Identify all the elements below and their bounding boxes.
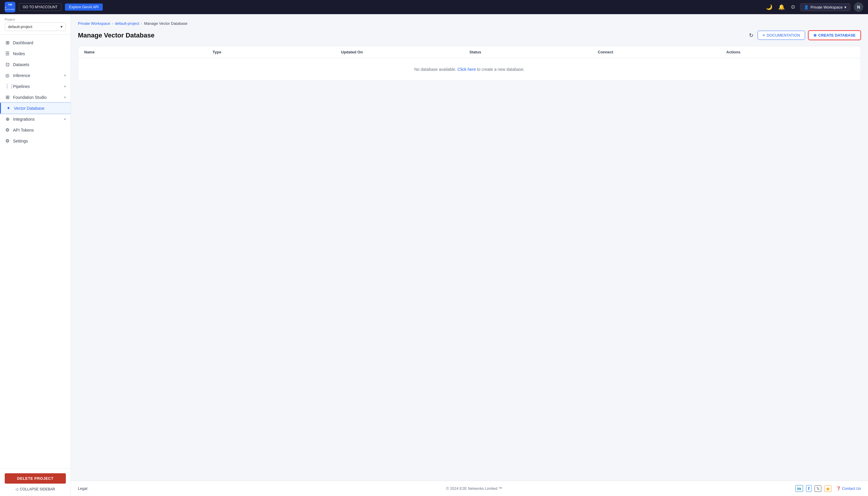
question-icon: ❓: [836, 486, 841, 491]
workspace-selector[interactable]: 👤 Private Workspace ▾: [800, 3, 850, 11]
collapse-sidebar-button[interactable]: ◁ COLLAPSE SIDEBAR: [5, 487, 66, 491]
breadcrumb-item-1[interactable]: Private Workspace: [78, 21, 110, 26]
nav-icon-pipelines: ⋮⋮: [5, 83, 10, 89]
create-db-label: CREATE DATABASE: [818, 33, 856, 37]
docs-label: DOCUMENTATION: [767, 33, 800, 37]
sidebar-item-vector-database[interactable]: ✦ Vector Database: [0, 103, 71, 113]
chevron-icon-foundation-studio: ▾: [64, 95, 66, 99]
notifications-icon[interactable]: 🔔: [777, 4, 786, 10]
avatar[interactable]: N: [854, 2, 863, 12]
chevron-icon-pipelines: ▾: [64, 84, 66, 89]
sidebar-item-dashboard[interactable]: ⊞ Dashboard: [0, 37, 71, 48]
nav-icon-api-tokens: ⚙: [5, 127, 10, 133]
logo-box: TIR AI PLATFORM: [5, 2, 15, 12]
footer-legal[interactable]: Legal: [78, 486, 87, 491]
nav-icon-integrations: ⊕: [5, 116, 10, 122]
explore-genai-api-button[interactable]: Explore GenAI API: [65, 3, 103, 11]
col-actions: Actions: [726, 50, 855, 54]
database-table: Name Type Updated On Status Connect Acti…: [78, 46, 861, 81]
nav-icon-datasets: ⊡: [5, 62, 10, 67]
twitter-icon[interactable]: 𝕏: [814, 485, 821, 492]
docs-icon: ≡: [763, 33, 765, 37]
header-actions: ↻ ≡ DOCUMENTATION ⊕ CREATE DATABASE: [748, 30, 861, 40]
sidebar-item-datasets[interactable]: ⊡ Datasets: [0, 59, 71, 70]
breadcrumb: Private Workspace › default-project › Ma…: [78, 21, 861, 26]
footer-copyright: © 2024 E2E Networks Limited ™: [281, 486, 668, 491]
breadcrumb-item-2[interactable]: default-project: [115, 21, 139, 26]
nav-icon-foundation-studio: ⊞: [5, 94, 10, 100]
contact-us-link[interactable]: ❓ Contact Us: [836, 486, 861, 491]
nav-label-nodes: Nodes: [13, 51, 66, 56]
sidebar-item-nodes[interactable]: ☰ Nodes: [0, 48, 71, 59]
sidebar-item-pipelines[interactable]: ⋮⋮ Pipelines ▾: [0, 81, 71, 92]
facebook-icon[interactable]: f: [806, 485, 812, 492]
col-connect: Connect: [598, 50, 726, 54]
col-updated-on: Updated On: [341, 50, 469, 54]
main-content: Private Workspace › default-project › Ma…: [71, 14, 868, 496]
breadcrumb-sep-2: ›: [141, 21, 142, 26]
sidebar-item-foundation-studio[interactable]: ⊞ Foundation Studio ▾: [0, 92, 71, 103]
footer-social: in f 𝕏 ◉: [795, 485, 831, 492]
col-name: Name: [84, 50, 213, 54]
empty-text: No database available.: [414, 67, 457, 72]
breadcrumb-sep-1: ›: [112, 21, 113, 26]
project-select-dropdown[interactable]: default-project ▾: [5, 22, 66, 31]
sidebar-nav: ⊞ Dashboard ☰ Nodes ⊡ Datasets ◎ Inferen…: [0, 35, 71, 468]
top-navbar: TIR AI PLATFORM GO TO MYACCOUNT Explore …: [0, 0, 868, 14]
project-label: Project: [5, 18, 66, 21]
documentation-button[interactable]: ≡ DOCUMENTATION: [758, 31, 805, 40]
nav-label-foundation-studio: Foundation Studio: [13, 95, 61, 100]
nav-label-settings: Settings: [13, 139, 66, 143]
theme-toggle-icon[interactable]: 🌙: [765, 4, 774, 10]
nav-label-vector-database: Vector Database: [14, 106, 66, 111]
nav-label-pipelines: Pipelines: [13, 84, 61, 89]
sidebar: Project default-project ▾ ⊞ Dashboard ☰ …: [0, 14, 71, 496]
col-status: Status: [469, 50, 598, 54]
table-header: Name Type Updated On Status Connect Acti…: [78, 46, 861, 58]
workspace-icon: 👤: [804, 5, 809, 10]
sidebar-item-integrations[interactable]: ⊕ Integrations ▾: [0, 113, 71, 125]
nav-label-inference: Inference: [13, 73, 61, 78]
nav-icon-inference: ◎: [5, 73, 10, 78]
nav-label-dashboard: Dashboard: [13, 41, 66, 45]
nav-icon-vector-database: ✦: [5, 105, 11, 111]
nav-label-datasets: Datasets: [13, 62, 66, 67]
plus-icon: ⊕: [813, 33, 817, 37]
click-here-link[interactable]: Click here: [458, 67, 476, 72]
page-title: Manage Vector Database: [78, 32, 154, 39]
col-type: Type: [213, 50, 341, 54]
project-name: default-project: [8, 25, 32, 29]
empty-suffix: to create a new database.: [477, 67, 524, 72]
chevron-icon-integrations: ▾: [64, 117, 66, 121]
nav-label-api-tokens: API Tokens: [13, 128, 66, 133]
settings-icon[interactable]: ⚙: [790, 4, 796, 10]
sidebar-item-settings[interactable]: ⚙ Settings: [0, 136, 71, 146]
nav-icon-settings: ⚙: [5, 138, 10, 144]
footer: Legal © 2024 E2E Networks Limited ™ in f…: [71, 481, 868, 496]
chevron-down-icon: ▾: [61, 25, 63, 29]
sidebar-item-inference[interactable]: ◎ Inference ▾: [0, 70, 71, 81]
nav-label-integrations: Integrations: [13, 117, 61, 122]
chevron-down-icon: ▾: [844, 5, 847, 10]
delete-project-button[interactable]: DELETE PROJECT: [5, 473, 66, 484]
contact-us-label: Contact Us: [842, 486, 861, 491]
workspace-label: Private Workspace: [810, 5, 842, 10]
linkedin-icon[interactable]: in: [795, 485, 803, 492]
logo: TIR AI PLATFORM: [5, 2, 15, 12]
page-header: Manage Vector Database ↻ ≡ DOCUMENTATION…: [78, 30, 861, 40]
refresh-button[interactable]: ↻: [748, 31, 755, 40]
project-selector: Project default-project ▾: [0, 14, 71, 35]
create-database-button[interactable]: ⊕ CREATE DATABASE: [808, 30, 861, 40]
table-empty-message: No database available. Click here to cre…: [78, 58, 861, 80]
sidebar-item-api-tokens[interactable]: ⚙ API Tokens: [0, 125, 71, 136]
nav-icon-dashboard: ⊞: [5, 40, 10, 45]
rss-icon[interactable]: ◉: [824, 485, 832, 492]
nav-icon-nodes: ☰: [5, 51, 10, 56]
chevron-icon-inference: ▾: [64, 74, 66, 78]
chevron-left-icon: ◁: [15, 487, 18, 491]
breadcrumb-item-3: Manage Vector Database: [144, 21, 187, 26]
sidebar-bottom: DELETE PROJECT ◁ COLLAPSE SIDEBAR: [0, 468, 71, 496]
go-to-myaccount-button[interactable]: GO TO MYACCOUNT: [19, 3, 61, 11]
